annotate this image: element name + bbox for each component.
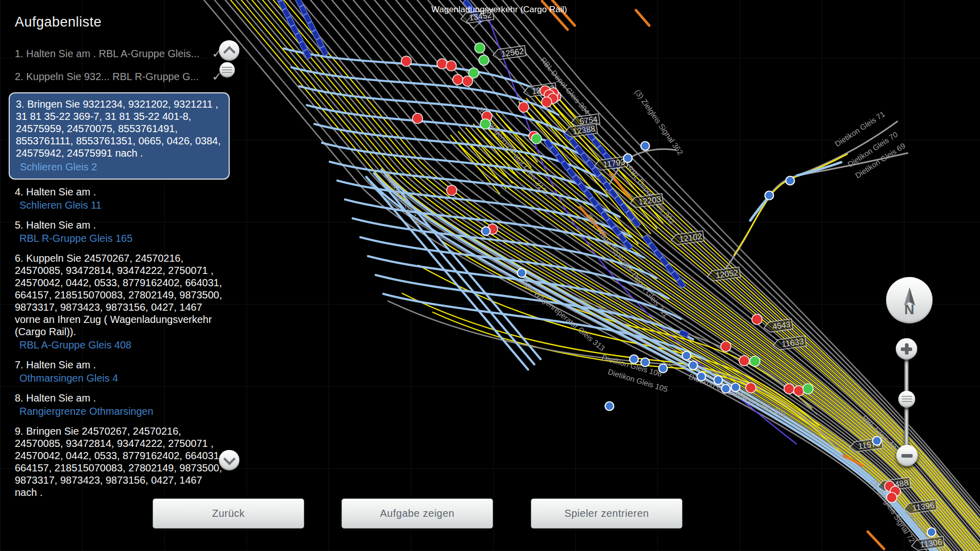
center-player-button[interactable]: Spieler zentrieren [531,498,682,529]
task-text: 6. Kuppeln Sie 24570267, 24570216, 24570… [15,252,225,338]
plus-icon [901,343,912,355]
task-item-3-active[interactable]: 3. Bringen Sie 9321234, 9321202, 9321211… [9,92,230,180]
page-title: Aufgabenliste [15,14,225,30]
compass-control[interactable]: N [886,277,933,323]
task-text: 2. Kuppeln Sie 932... RBL R-Gruppe G... [15,71,208,83]
task-target-link[interactable]: Schlieren Gleis 11 [15,198,225,212]
task-list-panel: Aufgabenliste 1. Halten Sie am . RBL A-G… [15,14,225,505]
task-target-link[interactable]: RBL R-Gruppe Gleis 165 [15,232,225,245]
task-text: 8. Halten Sie am . [15,392,225,404]
task-text: 3. Bringen Sie 9321234, 9321202, 9321211… [16,98,223,159]
zoom-out-button[interactable] [896,445,918,466]
zoom-slider-handle[interactable] [898,391,915,408]
task-item-9[interactable]: 9. Bringen Sie 24570267, 24570216, 24570… [15,425,225,498]
show-task-button[interactable]: Aufgabe zeigen [341,498,493,529]
svg-text:RBL Wagenreperatur Depot Gleis: RBL Wagenreperatur Depot Gleis 311 [585,212,671,318]
task-target-link[interactable]: Othmarsingen Gleis 4 [15,371,225,385]
task-item-7[interactable]: 7. Halten Sie am . Othmarsingen Gleis 4 [15,359,225,385]
task-text: 4. Halten Sie am . [15,186,225,198]
minus-icon [901,454,913,458]
scroll-drag-handle[interactable] [219,62,235,78]
task-text: 1. Halten Sie am . RBL A-Gruppe Gleis... [15,48,208,60]
zoom-in-button[interactable] [896,338,917,360]
chevron-up-icon [223,46,235,58]
task-target-link[interactable]: Rangiergrenze Othmarsingen [15,405,225,418]
player-train-label: Wagenladungsverkehr (Cargo Rail) [431,5,567,14]
task-text: 7. Halten Sie am . [15,359,225,371]
scroll-up-button[interactable] [219,40,239,61]
scroll-down-button[interactable] [219,450,239,470]
task-item-1[interactable]: 1. Halten Sie am . RBL A-Gruppe Gleis...… [15,46,225,61]
back-button[interactable]: Zurück [153,498,304,529]
task-target-link[interactable]: RBL A-Gruppe Gleis 408 [15,338,225,352]
task-item-6[interactable]: 6. Kuppeln Sie 24570267, 24570216, 24570… [15,252,225,352]
grip-lines-icon [902,396,912,403]
task-target-link[interactable]: Schlieren Gleis 2 [16,160,223,173]
task-text: 9. Bringen Sie 24570267, 24570216, 24570… [15,425,225,498]
task-item-2[interactable]: 2. Kuppeln Sie 932... RBL R-Gruppe G... … [15,69,225,84]
grip-lines-icon [222,67,232,73]
compass-north-label: N [904,305,915,315]
task-text: 5. Halten Sie am . [15,219,225,231]
chevron-down-icon [223,453,235,465]
task-item-4[interactable]: 4. Halten Sie am . Schlieren Gleis 11 [15,186,225,212]
task-item-5[interactable]: 5. Halten Sie am . RBL R-Gruppe Gleis 16… [15,219,225,245]
task-item-8[interactable]: 8. Halten Sie am . Rangiergrenze Othmars… [15,392,225,418]
